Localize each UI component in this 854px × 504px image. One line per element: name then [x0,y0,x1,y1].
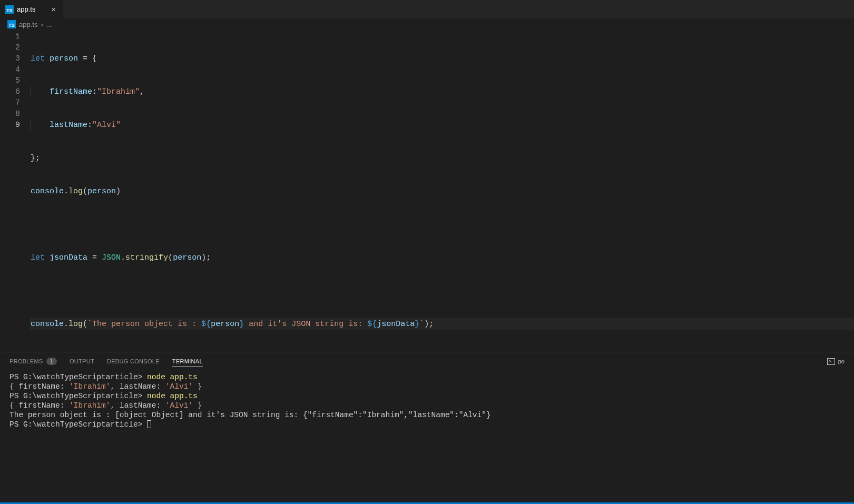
code-line: let jsonData = JSON.stringify(person); [31,252,854,263]
line-number: 3 [0,53,20,64]
code-line: lastName:"Alvi" [31,120,854,131]
breadcrumb-file: app.ts [19,21,37,28]
terminal-icon[interactable]: > [827,358,835,365]
editor-tab[interactable]: TS app.ts × [0,0,63,18]
panel-tabs: Problems 1 Output Debug Console Terminal… [0,352,854,370]
typescript-icon: TS [7,20,16,28]
tab-bar: TS app.ts × [0,0,854,18]
terminal-line: { firstName: 'Ibrahim', lastName: 'Alvi'… [9,382,845,391]
line-number: 4 [0,64,20,75]
line-number: 1 [0,31,20,42]
breadcrumb[interactable]: TS app.ts › ... [0,18,854,30]
terminal-output[interactable]: PS G:\watchTypeScriptarticle> node app.t… [0,370,854,502]
bottom-panel: Problems 1 Output Debug Console Terminal… [0,352,854,502]
line-number: 9 [0,120,20,131]
code-line: console.log(`The person object is : ${pe… [31,319,854,330]
tab-problems-label: Problems [9,358,43,364]
typescript-icon: TS [5,5,14,14]
line-gutter: 1 2 3 4 5 6 7 8 9 [0,30,31,352]
tab-output[interactable]: Output [70,356,94,367]
tab-filename: app.ts [17,5,35,13]
code-line: let person = { [31,53,854,64]
line-number: 7 [0,97,20,108]
code-line: }; [31,153,854,164]
problems-badge: 1 [46,358,57,365]
line-number: 2 [0,42,20,53]
close-icon[interactable]: × [49,5,58,14]
tab-problems[interactable]: Problems 1 [9,355,57,367]
line-number: 8 [0,108,20,120]
code-content[interactable]: let person = { firstName:"Ibrahim", last… [31,30,854,352]
terminal-line: PS G:\watchTypeScriptarticle> node app.t… [9,372,845,382]
code-line [31,219,854,230]
terminal-line: { firstName: 'Ibrahim', lastName: 'Alvi'… [9,401,845,410]
panel-action-label: po [838,358,845,364]
code-editor[interactable]: 1 2 3 4 5 6 7 8 9 let person = { firstNa… [0,30,854,352]
breadcrumb-separator: › [41,21,43,28]
panel-actions: > po [827,358,845,365]
tab-terminal[interactable]: Terminal [172,356,203,367]
code-line: console.log(person) [31,186,854,197]
terminal-line: The person object is : [object Object] a… [9,410,845,420]
line-number: 5 [0,75,20,86]
code-line [31,285,854,297]
terminal-line: PS G:\watchTypeScriptarticle> node app.t… [9,391,845,401]
terminal-line: PS G:\watchTypeScriptarticle> [9,420,845,429]
breadcrumb-rest: ... [46,21,52,28]
terminal-cursor [147,420,151,428]
tab-debug-console[interactable]: Debug Console [107,356,160,367]
line-number: 6 [0,86,20,97]
code-line: firstName:"Ibrahim", [31,86,854,97]
